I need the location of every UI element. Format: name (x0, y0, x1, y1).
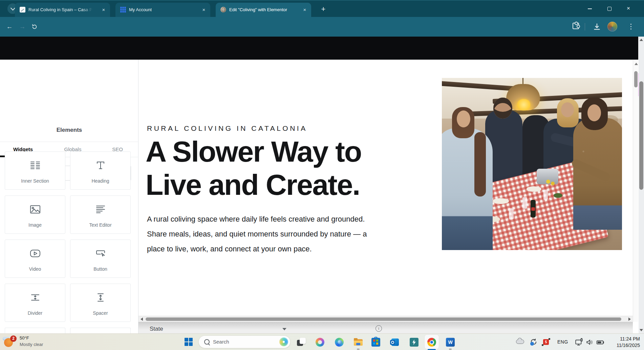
state-field-label: State (150, 326, 163, 332)
globe-favicon (220, 7, 226, 13)
downloads-icon[interactable] (593, 22, 601, 31)
reload-button[interactable] (30, 22, 39, 32)
running-indicator (449, 349, 452, 350)
photo-glass (509, 208, 514, 219)
browser-scroll-thumb[interactable] (639, 81, 643, 190)
sync-icon[interactable] (530, 338, 538, 347)
editor-canvas[interactable]: RURAL COLIVING IN CATALONIA A Slower Way… (138, 60, 633, 333)
date-text: 11/16/2025 (606, 342, 640, 349)
horizontal-scroll-thumb[interactable] (146, 317, 621, 321)
photo-plate (493, 198, 509, 204)
columns-icon (30, 160, 41, 171)
photo-woman-face (587, 104, 601, 121)
photo-person-face (561, 102, 574, 117)
button-cursor-icon (95, 248, 106, 259)
extensions-icon[interactable] (573, 23, 579, 29)
blue-grid-favicon (120, 7, 126, 13)
browser-scrollbar[interactable] (639, 37, 644, 333)
tab-edit-coliving-elementor[interactable]: Edit "Coliving" with Elementor × (216, 3, 311, 17)
hero-heading-line1[interactable]: A Slower Way to (146, 135, 403, 168)
weather-widget[interactable]: 2 50°F Mostly clear (3, 335, 77, 349)
outlook-icon[interactable] (390, 338, 399, 347)
widget-text-editor[interactable]: Text Editor (70, 195, 131, 234)
hero-eyebrow-text[interactable]: RURAL COLIVING IN CATALONIA (147, 124, 307, 132)
tab-title: Rural Coliving in Spain – Casa P (28, 7, 92, 12)
forward-button[interactable]: → (18, 22, 27, 32)
hero-photo[interactable] (442, 78, 622, 250)
widget-image[interactable]: Image (5, 195, 65, 234)
elements-panel: Elements Widgets Globals SEO Search Widg… (0, 60, 138, 333)
onedrive-icon[interactable] (516, 338, 525, 347)
hero-paragraph-line2[interactable]: Share meals, ideas, and quiet moments su… (147, 230, 367, 239)
start-button[interactable] (184, 337, 193, 347)
back-button[interactable]: ← (5, 22, 14, 32)
tab-my-account[interactable]: My Account × (115, 3, 210, 17)
widget-spacer[interactable]: Spacer (70, 284, 131, 322)
canvas-horizontal-scrollbar[interactable] (138, 316, 633, 322)
hero-paragraph-line3[interactable]: place to live, work, and connect at your… (147, 245, 312, 253)
toolbar-divider (585, 23, 585, 30)
photo-woman-face (457, 110, 470, 127)
widget-video[interactable]: Video (5, 240, 65, 278)
photo-herbs (554, 193, 562, 198)
close-icon[interactable]: × (200, 6, 208, 14)
widget-divider[interactable]: Divider (5, 284, 65, 322)
widget-card-partial[interactable] (70, 328, 131, 333)
dropdown-caret-icon[interactable] (282, 328, 286, 330)
photo-woman-hair-length (474, 132, 486, 197)
notification-badge: 2 (10, 335, 17, 342)
next-section-preview: State i (138, 322, 633, 333)
photo-plate (527, 186, 541, 192)
widget-inner-section[interactable]: Inner Section (5, 151, 65, 190)
info-icon[interactable]: i (375, 325, 382, 332)
minimize-button[interactable] (585, 4, 595, 13)
close-window-button[interactable]: × (624, 4, 633, 13)
new-tab-button[interactable]: + (319, 5, 328, 14)
photo-lamp-glow (517, 99, 531, 110)
word-icon[interactable]: W (446, 338, 455, 347)
chrome-icon[interactable] (427, 338, 436, 347)
scroll-left-arrow[interactable] (141, 317, 143, 321)
microsoft-store-icon[interactable] (371, 338, 380, 347)
language-indicator[interactable]: ENG (557, 339, 568, 345)
copilot-icon[interactable] (316, 338, 324, 347)
widget-heading[interactable]: Heading (70, 151, 131, 190)
condition-text: Mostly clear (20, 342, 43, 347)
photo-lemon (546, 180, 550, 184)
scroll-down-arrow[interactable] (640, 329, 643, 331)
scroll-up-arrow[interactable] (640, 39, 643, 41)
clock[interactable]: 11:24 PM 11/16/2025 (606, 336, 640, 349)
vertical-scroll-thumb[interactable] (634, 71, 638, 87)
canvas-vertical-scrollbar[interactable] (633, 60, 638, 322)
profile-avatar[interactable] (607, 22, 617, 32)
task-view-icon[interactable] (297, 338, 306, 347)
spacer-icon (95, 292, 106, 303)
maximize-button[interactable] (604, 4, 614, 13)
volume-icon[interactable] (585, 338, 594, 347)
widget-card-partial[interactable] (5, 328, 65, 333)
tab-rural-coliving[interactable]: Rural Coliving in Spain – Casa P × (15, 3, 110, 17)
hero-heading-line2[interactable]: Live and Create. (146, 168, 403, 202)
file-explorer-icon[interactable] (354, 338, 363, 347)
widget-button[interactable]: Button (70, 240, 131, 278)
tray-app-icon[interactable]: 5 (542, 338, 551, 347)
browser-menu-icon[interactable] (626, 22, 636, 32)
network-icon[interactable] (575, 338, 583, 347)
battery-icon[interactable] (596, 338, 605, 347)
edge-icon[interactable] (335, 338, 344, 347)
photo-glass (543, 190, 548, 200)
close-icon[interactable]: × (100, 6, 107, 14)
tab-title: Edit "Coliving" with Elementor (229, 7, 287, 12)
panel-title: Elements (0, 127, 138, 133)
photo-bottle-label (531, 207, 535, 211)
chevron-down-icon (10, 6, 15, 11)
divider-icon (30, 292, 41, 303)
taskbar-search[interactable]: Search (198, 335, 291, 348)
scroll-up-arrow[interactable] (635, 63, 638, 65)
teal-app-icon[interactable] (410, 338, 418, 347)
hero-paragraph-line1[interactable]: A rural coliving space where daily life … (147, 215, 365, 224)
search-highlights-icon[interactable] (279, 337, 288, 346)
close-icon[interactable]: × (301, 6, 308, 14)
scroll-right-arrow[interactable] (628, 317, 631, 321)
photo-lemon (551, 182, 555, 185)
